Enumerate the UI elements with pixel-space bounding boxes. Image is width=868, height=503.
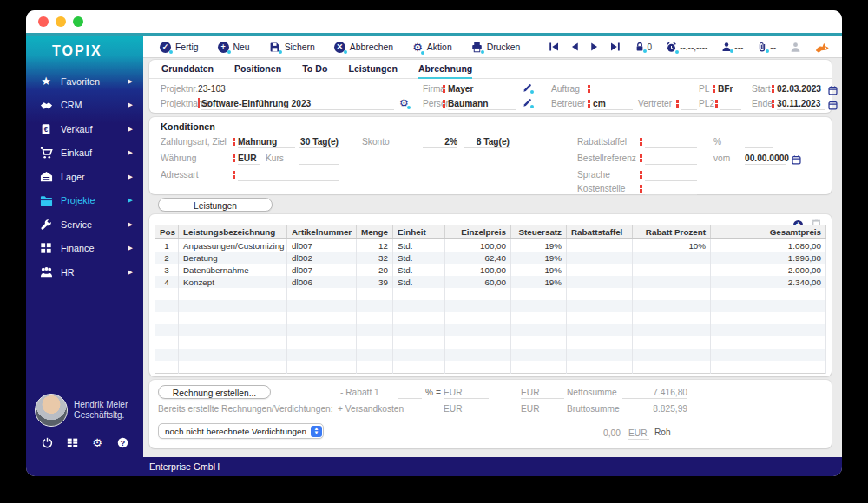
col-steuersatz[interactable]: Steuersatz — [511, 225, 567, 239]
minimize-window-icon[interactable] — [56, 16, 66, 27]
edit-person-icon[interactable] — [523, 98, 532, 108]
pl-field[interactable]: BFr — [718, 83, 741, 95]
new-button[interactable]: + Neu — [208, 36, 260, 57]
col-leistungsbezeichnung[interactable]: Leistungsbezeichnung — [179, 225, 287, 239]
sidebar-item-hr[interactable]: HR ▶ — [26, 260, 143, 284]
table-row[interactable]: 3Datenübernahmedl00720Std.100,0019%2.000… — [155, 264, 826, 276]
apps-icon[interactable] — [65, 435, 79, 449]
table-empty-row[interactable] — [155, 324, 826, 336]
col-einheit[interactable]: Einheit — [393, 225, 445, 239]
sidebar-item-favoriten[interactable]: ★ Favoriten ▶ — [26, 69, 143, 94]
sidebar-item-projekte[interactable]: Projekte ▶ — [26, 189, 143, 213]
alarm-status[interactable]: --.--,---- — [666, 42, 707, 53]
tab-abrechnung[interactable]: Abrechnung — [418, 63, 472, 79]
col-gesamtpreis[interactable]: Gesamtpreis — [711, 225, 826, 239]
fox-icon[interactable] — [815, 41, 830, 53]
konditionen-title: Konditionen — [161, 121, 215, 132]
rabatt1-eur-field[interactable]: EUR — [444, 387, 489, 399]
table-row[interactable]: 1Anpassungen/Customizingdl00712Std.100,0… — [155, 239, 826, 252]
skonto-prozent-field[interactable]: 2% — [423, 136, 457, 148]
col-rabattstaffel[interactable]: Rabattstaffel — [567, 225, 633, 239]
table-row[interactable]: 4Konzeptdl00639Std.60,0019%2.340,00 — [155, 276, 826, 288]
auftrag-field[interactable] — [593, 83, 675, 95]
tab-positionen[interactable]: Positionen — [234, 63, 281, 79]
load-services-button[interactable]: Leistungen laden/verdichten... — [158, 198, 273, 212]
action-button[interactable]: ⚙ Aktion — [403, 36, 462, 57]
sidebar-item-lager[interactable]: Lager ▶ — [26, 165, 143, 189]
sidebar-item-verkauf[interactable]: € Verkauf ▶ — [26, 117, 143, 141]
start-field[interactable]: 02.03.2023 — [777, 83, 825, 95]
gear-icon[interactable]: ⚙ — [399, 98, 409, 108]
attachment-status[interactable]: -- — [757, 42, 776, 52]
verdichtungen-select[interactable]: noch nicht berechnete Verdichtungen ▲▼ — [158, 423, 324, 439]
user-profile[interactable]: Hendrik Meier Geschäftsltg. — [35, 394, 128, 427]
nav-next-icon[interactable] — [589, 42, 600, 52]
col-einzelpreis[interactable]: Einzelpreis — [445, 225, 511, 239]
sprache-field[interactable] — [645, 169, 697, 181]
waehrung-field[interactable]: EUR — [238, 153, 260, 165]
tab-leistungen[interactable]: Leistungen — [348, 63, 398, 79]
col-rabatt-prozent[interactable]: Rabatt Prozent — [633, 225, 711, 239]
help-icon[interactable]: ? — [115, 435, 129, 449]
roh-currency: EUR — [628, 428, 649, 440]
betreuer-field[interactable]: cm — [593, 98, 633, 110]
versandkosten-eur2-field[interactable]: EUR — [521, 403, 564, 415]
table-row[interactable]: 2Beratungdl00232Std.62,4019%1.996,80 — [155, 252, 826, 264]
projektnr-field[interactable]: 23-103 — [198, 83, 330, 95]
nav-previous-icon[interactable] — [569, 42, 580, 52]
rabatt1-eur2-field[interactable]: EUR — [521, 387, 564, 399]
sidebar-item-crm[interactable]: CRM ▶ — [26, 94, 143, 118]
lock-status[interactable]: 0 — [635, 42, 653, 52]
zahlungsart-field[interactable]: Mahnung — [238, 136, 295, 148]
sidebar-item-einkauf[interactable]: Einkauf ▶ — [26, 141, 143, 166]
ende-field[interactable]: 30.11.2023 — [777, 98, 825, 110]
versandkosten-eur-field[interactable]: EUR — [444, 403, 489, 415]
close-window-icon[interactable] — [38, 16, 49, 27]
person-status[interactable]: --- — [721, 42, 743, 52]
table-empty-row[interactable] — [155, 336, 826, 349]
sidebar-item-finance[interactable]: Finance ▶ — [26, 237, 143, 261]
tab-grunddaten[interactable]: Grunddaten — [161, 63, 214, 79]
table-empty-row[interactable] — [155, 300, 826, 312]
col-pos[interactable]: Pos — [155, 225, 179, 239]
rabattstaffel-field[interactable] — [645, 136, 697, 148]
table-empty-row[interactable] — [155, 288, 826, 300]
kostenstelle-field[interactable] — [645, 183, 697, 195]
vertreter-field[interactable] — [681, 98, 697, 110]
cancel-button[interactable]: ✕ Abbrechen — [325, 36, 403, 57]
gear-icon[interactable]: ⚙ — [90, 435, 104, 449]
calendar-icon[interactable] — [828, 98, 838, 114]
table-empty-row[interactable] — [155, 312, 826, 324]
done-button[interactable]: ✓ Fertig — [150, 36, 208, 57]
nav-first-icon[interactable] — [549, 42, 560, 52]
projektname-field[interactable]: Software-Einführung 2023 — [201, 98, 394, 110]
table-empty-row[interactable] — [155, 361, 826, 374]
cell-rabatt-prozent — [633, 264, 711, 276]
power-icon[interactable] — [40, 435, 54, 449]
table-empty-row[interactable] — [155, 349, 826, 361]
save-button[interactable]: Sichern — [260, 36, 325, 57]
ziel-field[interactable]: 30 Tag(e) — [299, 136, 339, 148]
print-button[interactable]: Drucken — [462, 36, 530, 57]
kurs-field[interactable] — [299, 153, 339, 165]
record-navigation — [549, 42, 621, 52]
create-invoice-button[interactable]: Rechnung erstellen... — [158, 385, 271, 399]
pl2-field[interactable] — [720, 98, 741, 110]
calendar-icon[interactable] — [792, 153, 801, 168]
col-artikelnummer[interactable]: Artikelnummer — [287, 225, 357, 239]
adressart-field[interactable] — [238, 169, 339, 181]
calendar-icon[interactable] — [828, 83, 838, 99]
col-menge[interactable]: Menge — [357, 225, 393, 239]
bestellreferenz-field[interactable] — [645, 153, 697, 165]
prozent-field[interactable] — [745, 136, 773, 148]
edit-firma-icon[interactable] — [523, 83, 532, 93]
skonto-tage-field[interactable]: 8 Tag(e) — [464, 136, 510, 148]
firma-field[interactable]: Mayer — [448, 83, 516, 95]
person-field[interactable]: Baumann — [448, 98, 516, 110]
tab-todo[interactable]: To Do — [302, 63, 327, 79]
nav-last-icon[interactable] — [609, 42, 621, 52]
rabatt1-prozent-field[interactable] — [398, 387, 422, 399]
vom-field[interactable]: 00.00.0000 — [745, 153, 786, 165]
sidebar-item-service[interactable]: Service ▶ — [26, 212, 143, 237]
zoom-window-icon[interactable] — [73, 16, 83, 27]
